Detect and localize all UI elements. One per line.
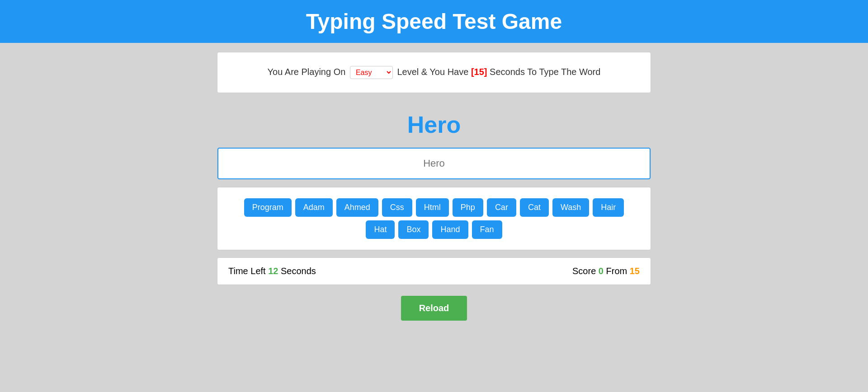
score-section: Score 0 From 15 [572,266,640,276]
time-left-unit: Seconds [281,266,316,276]
typing-input[interactable] [217,148,651,179]
typing-panel [217,147,651,180]
word-buttons-container: ProgramAdamAhmedCssHtmlPhpCarCatWashHair… [228,198,640,239]
word-button[interactable]: Php [453,198,483,217]
main-content: You Are Playing On Easy Medium Hard Leve… [208,43,660,330]
level-prefix: You Are Playing On [268,67,346,77]
word-button[interactable]: Hat [366,220,395,239]
time-left-value: 12 [268,266,281,276]
current-word-display: Hero [217,102,651,147]
time-left-section: Time Left 12 Seconds [228,266,316,276]
word-button[interactable]: Hand [432,220,468,239]
word-button[interactable]: Box [398,220,429,239]
level-middle: Level & You Have [397,67,468,77]
word-button[interactable]: Fan [472,220,502,239]
level-suffix: Seconds To Type The Word [490,67,600,77]
score-total: 15 [630,266,640,276]
stats-panel: Time Left 12 Seconds Score 0 From 15 [217,257,651,285]
word-button[interactable]: Adam [295,198,333,217]
word-button[interactable]: Hair [593,198,624,217]
word-button[interactable]: Cat [520,198,549,217]
word-button[interactable]: Wash [552,198,589,217]
word-button[interactable]: Css [382,198,412,217]
word-button[interactable]: Program [244,198,292,217]
score-label: Score [572,266,596,276]
level-panel: You Are Playing On Easy Medium Hard Leve… [217,52,651,93]
reload-button[interactable]: Reload [401,296,467,321]
seconds-value: [15] [471,67,487,77]
words-panel: ProgramAdamAhmedCssHtmlPhpCarCatWashHair… [217,187,651,250]
time-left-label: Time Left [228,266,266,276]
app-header: Typing Speed Test Game [0,0,868,43]
score-from-label: From [606,266,630,276]
word-button[interactable]: Html [416,198,449,217]
word-button[interactable]: Car [487,198,516,217]
level-select[interactable]: Easy Medium Hard [350,66,393,79]
score-value: 0 [599,266,606,276]
word-button[interactable]: Ahmed [336,198,378,217]
app-title: Typing Speed Test Game [9,9,859,34]
